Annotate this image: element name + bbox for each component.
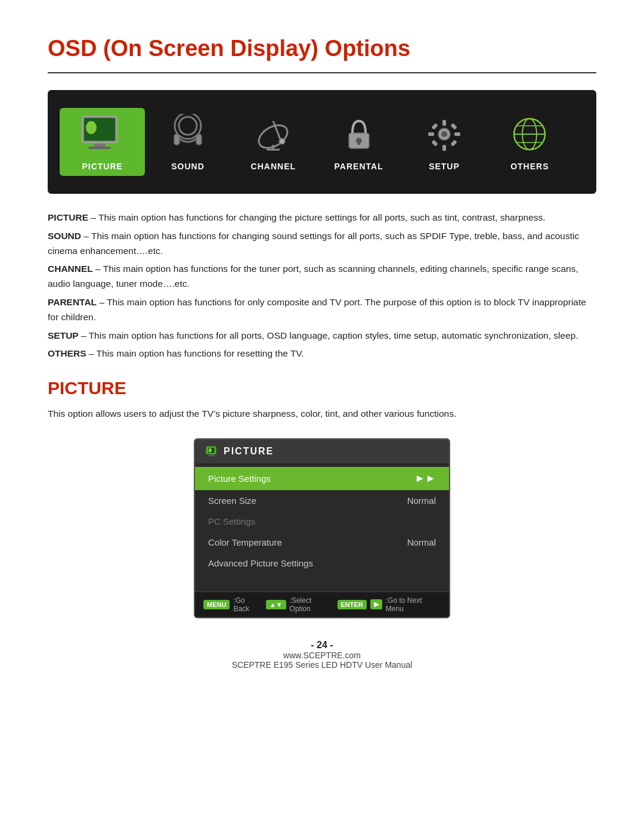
desc-sound: SOUND – This main option has functions f… xyxy=(48,229,596,259)
desc-channel: CHANNEL – This main option has functions… xyxy=(48,262,596,292)
picture-menu-header-icon xyxy=(206,445,218,457)
picture-menu-header: PICTURE xyxy=(195,439,449,463)
svg-rect-26 xyxy=(450,140,457,146)
parental-icon xyxy=(335,113,383,156)
nav-text-next: :Go to Next Menu xyxy=(386,596,441,613)
title-divider xyxy=(48,72,596,73)
svg-rect-16 xyxy=(358,141,360,145)
osd-item-parental: Parental xyxy=(316,108,401,176)
svg-point-2 xyxy=(86,121,97,134)
others-icon xyxy=(506,113,553,156)
svg-rect-4 xyxy=(88,147,111,149)
svg-rect-7 xyxy=(174,134,179,145)
osd-item-picture: Picture xyxy=(60,108,145,176)
menu-row-value-color-temp: Normal xyxy=(407,537,436,547)
picture-menu-body: Picture Settings ►► Screen Size Normal P… xyxy=(195,463,449,592)
nav-text-select: :Select Option xyxy=(290,596,334,613)
menu-row-label-picture-settings: Picture Settings xyxy=(208,473,271,484)
svg-rect-36 xyxy=(208,455,216,456)
section-intro: This option allows users to adjust the T… xyxy=(48,407,596,422)
picture-menu-nav-bar: MENU :Go Back ▲▼ :Select Option ENTER ▶ … xyxy=(195,592,449,617)
svg-point-6 xyxy=(179,117,197,135)
osd-item-channel: Channel xyxy=(231,108,316,176)
osd-label-setup: Setup xyxy=(429,162,460,171)
desc-setup: SETUP – This main option has functions f… xyxy=(48,329,596,343)
svg-rect-23 xyxy=(431,123,438,129)
page-title: OSD (On Screen Display) Options xyxy=(48,36,596,61)
menu-row-picture-settings: Picture Settings ►► xyxy=(195,467,449,490)
nav-btn-enter: ENTER xyxy=(338,600,367,609)
svg-rect-19 xyxy=(442,120,446,126)
menu-row-pc-settings: PC Settings xyxy=(195,511,449,532)
page-number: - 24 - xyxy=(48,640,596,651)
svg-rect-25 xyxy=(431,140,438,146)
picture-menu-wrapper: PICTURE Picture Settings ►► Screen Size … xyxy=(48,438,596,618)
osd-item-sound: Sound xyxy=(145,108,230,176)
svg-rect-8 xyxy=(196,134,202,145)
svg-line-10 xyxy=(273,121,281,141)
svg-rect-24 xyxy=(450,123,457,129)
svg-rect-35 xyxy=(209,454,213,456)
setup-icon xyxy=(420,113,468,156)
footer-model: SCEPTRE E195 Series LED HDTV User Manual xyxy=(48,660,596,670)
sound-icon xyxy=(164,113,212,156)
page-footer: - 24 - www.SCEPTRE.com SCEPTRE E195 Seri… xyxy=(48,640,596,670)
menu-row-screen-size: Screen Size Normal xyxy=(195,490,449,511)
osd-label-others: Others xyxy=(510,162,549,171)
svg-point-34 xyxy=(209,448,212,453)
menu-row-label-advanced-picture: Advanced Picture Settings xyxy=(208,558,313,568)
menu-row-label-color-temp: Color Temperature xyxy=(208,537,282,547)
menu-row-label-screen-size: Screen Size xyxy=(208,496,256,506)
osd-item-setup: Setup xyxy=(401,108,487,176)
menu-row-value-picture-settings: ►► xyxy=(414,472,436,485)
picture-icon xyxy=(79,113,126,156)
menu-row-value-screen-size: Normal xyxy=(407,496,436,506)
nav-btn-menu: MENU xyxy=(203,600,230,609)
picture-menu: PICTURE Picture Settings ►► Screen Size … xyxy=(194,438,450,618)
footer-website: www.SCEPTRE.com xyxy=(48,651,596,660)
desc-others: OTHERS – This main option has functions … xyxy=(48,346,596,361)
svg-rect-22 xyxy=(454,132,460,136)
osd-label-sound: Sound xyxy=(171,162,205,171)
svg-rect-20 xyxy=(442,145,446,151)
desc-parental: PARENTAL – This main option has function… xyxy=(48,295,596,325)
menu-row-advanced-picture: Advanced Picture Settings xyxy=(195,553,449,574)
svg-point-18 xyxy=(441,131,447,137)
svg-point-11 xyxy=(279,138,285,144)
nav-btn-updown: ▲▼ xyxy=(266,600,286,609)
nav-btn-right: ▶ xyxy=(370,599,382,609)
osd-label-picture: Picture xyxy=(82,162,122,171)
svg-rect-21 xyxy=(428,132,434,136)
menu-row-color-temp: Color Temperature Normal xyxy=(195,532,449,553)
osd-menu-screenshot: Picture Sound Channel xyxy=(48,90,596,194)
nav-text-go-back: :Go Back xyxy=(233,596,262,613)
picture-menu-title: PICTURE xyxy=(224,446,274,457)
menu-row-label-pc-settings: PC Settings xyxy=(208,516,255,527)
section-heading-picture: PICTURE xyxy=(48,378,596,398)
channel-icon xyxy=(249,113,297,156)
osd-label-parental: Parental xyxy=(335,162,383,171)
osd-item-others: Others xyxy=(487,108,572,176)
desc-picture: PICTURE – This main option has functions… xyxy=(48,210,596,225)
descriptions-section: PICTURE – This main option has functions… xyxy=(48,210,596,361)
svg-rect-3 xyxy=(94,144,106,147)
osd-label-channel: Channel xyxy=(251,162,296,171)
